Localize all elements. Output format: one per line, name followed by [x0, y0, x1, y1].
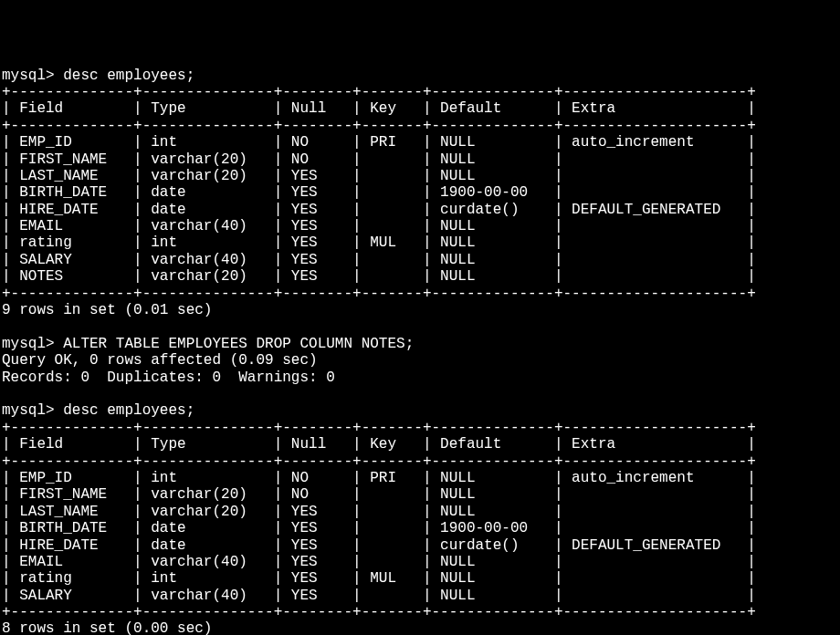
mysql-terminal[interactable]: mysql> desc employees; +--------------+-… [0, 68, 840, 635]
